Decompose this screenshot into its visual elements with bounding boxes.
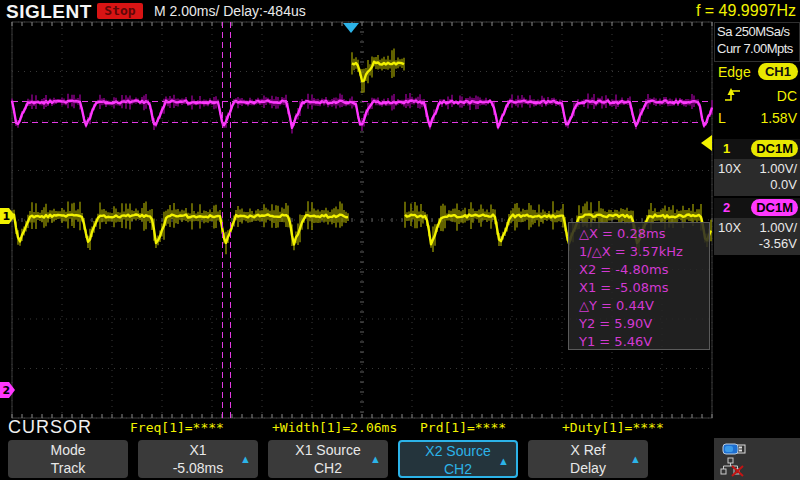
svg-text:2: 2 — [3, 384, 11, 397]
trigger-level-label: L — [718, 110, 726, 126]
channel2-header: 2 DC1M — [714, 198, 800, 218]
softkey-label: Mode — [8, 441, 128, 459]
trigger-level-value: 1.58V — [760, 110, 797, 126]
cursor-readout-line: △X = 0.28ms — [579, 225, 709, 243]
softkey-x1-source[interactable]: ▲ X1 Source CH2 — [268, 440, 388, 478]
memory-depth: Curr 7.00Mpts — [715, 40, 799, 57]
channel1-info-box[interactable]: 1 DC1M 10X 1.00V/ 0.0V — [714, 139, 800, 196]
rising-edge-icon — [723, 86, 743, 107]
trigger-position-marker — [343, 23, 359, 33]
io-status-panel — [714, 438, 800, 480]
trigger-type-label: Edge — [718, 64, 751, 80]
trigger-source-badge: CH1 — [758, 63, 798, 80]
up-arrow-icon: ▲ — [630, 450, 641, 468]
usb-icon — [722, 442, 748, 456]
active-menu-title: CURSOR — [8, 417, 92, 438]
cursor-readout-line: Y1 = 5.46V — [579, 333, 709, 351]
channel2-probe: 10X — [718, 220, 741, 235]
trigger-info-box: Edge CH1 DC L 1.58V — [714, 62, 800, 136]
channel2-info-box[interactable]: 2 DC1M 10X 1.00V/ -3.56V — [714, 198, 800, 255]
channel1-probe: 10X — [718, 161, 741, 176]
channel1-number: 1 — [723, 141, 730, 156]
cursor-readout-line: 1/△X = 3.57kHz — [579, 243, 709, 261]
channel2-scale: 1.00V/ — [759, 220, 797, 235]
softkey-x2-source[interactable]: ▲ X2 Source CH2 — [398, 440, 518, 478]
softkey-mode[interactable]: Mode Track — [8, 440, 128, 478]
channel1-offset: 0.0V — [770, 177, 797, 192]
lan-disconnected-icon — [720, 457, 746, 477]
channel1-coupling-badge: DC1M — [751, 140, 798, 157]
measurement-freq: Freq[1]=**** — [130, 420, 224, 435]
up-arrow-icon: ▲ — [498, 452, 509, 470]
softkey-x1[interactable]: ▲ X1 -5.08ms — [138, 440, 258, 478]
cursor-readout-line: X2 = -4.80ms — [579, 261, 709, 279]
trigger-level-marker — [701, 135, 712, 151]
svg-text:1: 1 — [3, 210, 11, 223]
cursor-readout-line: X1 = -5.08ms — [579, 279, 709, 297]
up-arrow-icon: ▲ — [370, 450, 381, 468]
measurement-pwidth: +Width[1]=2.06ms — [272, 420, 397, 435]
cursor-readout-panel: △X = 0.28ms 1/△X = 3.57kHz X2 = -4.80ms … — [568, 222, 710, 350]
up-arrow-icon: ▲ — [240, 450, 251, 468]
softkey-value: Track — [8, 459, 128, 477]
acquisition-info-box: Sa 250MSa/s Curr 7.00Mpts — [714, 22, 800, 62]
measurement-period: Prd[1]=**** — [420, 420, 506, 435]
channel2-coupling-badge: DC1M — [751, 199, 798, 216]
measurement-duty: +Duty[1]=**** — [562, 420, 664, 435]
trigger-coupling: DC — [777, 88, 797, 104]
channel2-offset: -3.56V — [759, 236, 797, 251]
softkey-x-ref[interactable]: ▲ X Ref Delay — [528, 440, 648, 478]
channel1-header: 1 DC1M — [714, 139, 800, 159]
cursor-readout-line: △Y = 0.44V — [579, 297, 709, 315]
sidebar: Sa 250MSa/s Curr 7.00Mpts Edge CH1 DC L … — [714, 22, 800, 438]
channel2-number: 2 — [723, 200, 730, 215]
cursor-readout-line: Y2 = 5.90V — [579, 315, 709, 333]
sample-rate: Sa 250MSa/s — [715, 23, 799, 40]
channel1-scale: 1.00V/ — [759, 161, 797, 176]
